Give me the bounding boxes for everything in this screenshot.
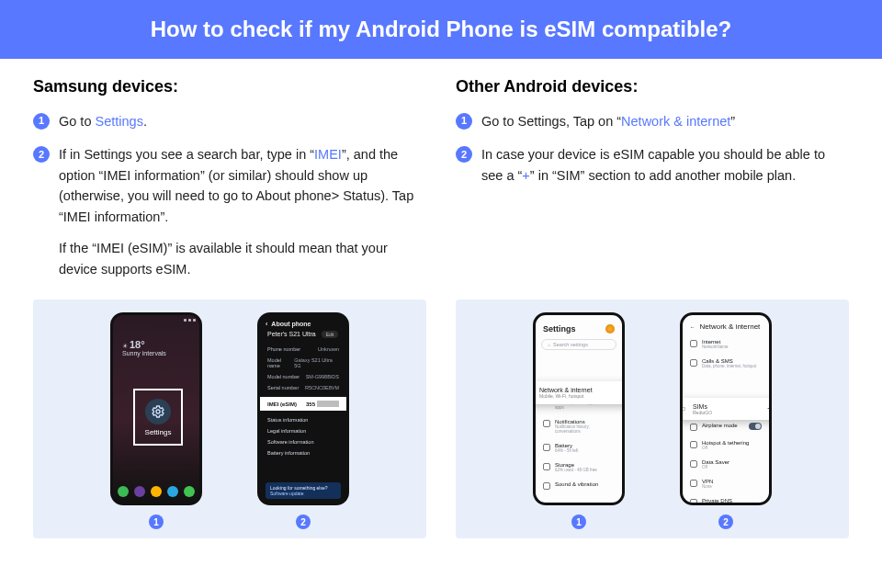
info-section: Legal information <box>260 425 346 436</box>
step-text-post: ” <box>730 114 735 129</box>
item-icon <box>543 444 550 451</box>
info-row: Phone numberUnknown <box>260 344 346 355</box>
plus-icon: + <box>767 402 772 415</box>
info-row: Model nameGalaxy S21 Ultra 5G <box>260 355 346 371</box>
settings-title: Settings <box>543 324 576 334</box>
step-extra-text: If the “IMEI (eSIM)” is available it sho… <box>59 238 426 279</box>
network-title: Network & internet <box>700 322 761 331</box>
instruction-columns: Samsung devices: 1 Go to Settings. 2 If … <box>0 59 882 292</box>
search-icon: ⌕ <box>548 342 550 347</box>
item-icon <box>690 499 697 505</box>
wifi-icon: ᐱ <box>533 390 534 397</box>
samsung-shot-2: ‹ About phone Peter's S21 Ultra Edit Pho… <box>257 312 349 529</box>
phone-mock-network-internet: ← Network & internet InternetNetworkName… <box>680 312 772 505</box>
weather-sub: Sunny intervals <box>122 350 199 356</box>
step-body: Go to Settings, Tap on “Network & intern… <box>481 111 849 131</box>
step-number: 1 <box>456 113 472 130</box>
item-icon <box>690 424 697 431</box>
other-step-1: 1 Go to Settings, Tap on “Network & inte… <box>456 111 849 131</box>
other-gallery: Settings ⌕ Search settings ᐱ Network & i… <box>456 300 849 538</box>
search-placeholder: Search settings <box>553 342 588 347</box>
samsung-shot-1: ☀ 18° Sunny intervals Settings 1 <box>110 312 202 529</box>
step-body: In case your device is eSIM capable you … <box>481 144 849 186</box>
item-icon <box>690 340 697 347</box>
network-internet-callout: ᐱ Network & internet Mobile, Wi-Fi, hots… <box>533 381 625 404</box>
item-icon <box>690 359 697 367</box>
shot-number: 1 <box>571 514 586 529</box>
svg-point-0 <box>156 410 160 413</box>
imei-label: IMEI (eSIM) <box>267 401 297 407</box>
item-icon <box>690 460 697 468</box>
samsung-column: Samsung devices: 1 Go to Settings. 2 If … <box>33 77 426 292</box>
settings-link[interactable]: Settings <box>96 114 143 129</box>
info-section: Battery information <box>260 447 346 458</box>
phone-mock-settings-list: Settings ⌕ Search settings ᐱ Network & i… <box>533 312 625 505</box>
tips-footer: Looking for something else? Software upd… <box>266 482 341 499</box>
list-item: Private DNS <box>683 493 769 505</box>
samsung-heading: Samsung devices: <box>33 77 426 96</box>
network-internet-link[interactable]: Network & internet <box>621 114 730 129</box>
device-name-row: Peter's S21 Ultra Edit <box>260 329 346 344</box>
imei-value-prefix: 355 <box>306 401 315 407</box>
step-text-pre: If in Settings you see a search bar, typ… <box>59 147 314 162</box>
list-item: Hotspot & tetheringOff <box>683 435 769 455</box>
info-section: Status information <box>260 414 346 425</box>
imei-esim-highlight: IMEI (eSIM) 355 <box>260 397 346 411</box>
samsung-gallery: ☀ 18° Sunny intervals Settings 1 <box>33 300 426 538</box>
app-dock <box>113 486 199 497</box>
step-text-post: . <box>143 114 147 129</box>
step-body: If in Settings you see a search bar, typ… <box>59 144 426 279</box>
other-column: Other Android devices: 1 Go to Settings,… <box>456 77 849 292</box>
about-phone-header: ‹ About phone <box>260 315 346 329</box>
status-bar <box>113 315 199 324</box>
search-settings-field: ⌕ Search settings <box>541 339 616 350</box>
banner-title: How to check if my Android Phone is eSIM… <box>151 17 732 41</box>
samsung-step-1: 1 Go to Settings. <box>33 111 426 131</box>
imei-link[interactable]: IMEI <box>314 147 342 162</box>
other-shot-1: Settings ⌕ Search settings ᐱ Network & i… <box>533 312 625 529</box>
weather-icon: ☀ <box>122 343 128 349</box>
callout-sub: RedtoGO <box>693 410 712 415</box>
list-item: InternetNetworkName <box>683 334 769 354</box>
step-number: 1 <box>33 113 50 130</box>
sims-callout: ▭ SIMs RedtoGO + <box>680 398 772 420</box>
step-body: Go to Settings. <box>59 111 426 131</box>
other-shot-2: ← Network & internet InternetNetworkName… <box>680 312 772 529</box>
sim-icon: ▭ <box>680 405 687 413</box>
shot-number: 2 <box>718 514 733 529</box>
info-section: Software information <box>260 436 346 447</box>
item-icon <box>543 463 550 470</box>
list-item: Calls & SMSData, phone, internet, hotspo… <box>683 354 769 373</box>
airplane-toggle <box>749 423 762 430</box>
step-text-post: ” in “SIM” section to add another mobile… <box>530 168 796 183</box>
item-icon <box>543 482 550 490</box>
info-row: Serial numberR5CNC0E8VM <box>260 382 346 393</box>
device-name: Peter's S21 Ultra <box>267 331 316 337</box>
samsung-step-2: 2 If in Settings you see a search bar, t… <box>33 144 426 279</box>
other-step-2: 2 In case your device is eSIM capable yo… <box>456 144 849 186</box>
callout-sub: Mobile, Wi-Fi, hotspot <box>539 393 593 399</box>
info-row: Model numberSM-G998B/DS <box>260 371 346 382</box>
back-icon: ‹ <box>266 321 267 327</box>
settings-label: Settings <box>145 428 172 436</box>
step-number: 2 <box>456 146 472 163</box>
phone-mock-samsung-home: ☀ 18° Sunny intervals Settings <box>110 312 202 505</box>
list-item: Battery64% - 5h left <box>536 438 622 458</box>
footer-link: Software update <box>270 491 336 496</box>
weather-widget: ☀ 18° Sunny intervals <box>122 339 199 356</box>
list-item: NotificationsNotification history, conve… <box>536 414 622 438</box>
step-number: 2 <box>33 146 50 163</box>
list-item: VPNNone <box>683 474 769 493</box>
imei-masked <box>317 401 339 407</box>
plus-link[interactable]: + <box>522 168 529 183</box>
item-icon <box>543 420 550 427</box>
gear-icon <box>145 399 171 424</box>
list-item: Storage62% used - 48 GB free <box>536 458 622 477</box>
network-header: ← Network & internet <box>683 315 769 334</box>
other-heading: Other Android devices: <box>456 77 849 96</box>
phone-mock-about-phone: ‹ About phone Peter's S21 Ultra Edit Pho… <box>257 312 349 505</box>
callout-title: SIMs <box>693 403 707 410</box>
settings-app-highlight: Settings <box>133 389 183 446</box>
shot-number: 2 <box>296 514 311 529</box>
list-item: Sound & vibration <box>536 477 622 494</box>
